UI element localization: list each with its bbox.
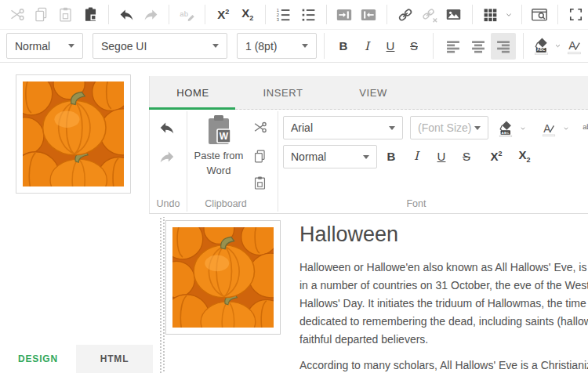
tab-view[interactable]: VIEW [330,76,416,109]
ribbon-italic-button[interactable]: I [405,143,428,168]
dropdown-caret-icon [389,126,395,130]
align-left-button[interactable] [441,33,466,60]
strikethrough-button[interactable]: S [402,34,426,59]
ribbon-bold-button[interactable]: B [379,143,403,168]
paragraph-line: Halloween or Hallowe'en also known as Al… [299,259,588,277]
bold-label: B [387,150,396,163]
background-color-button[interactable] [531,34,552,59]
outdent-button[interactable] [357,3,381,27]
ribbon-font-size-placeholder: (Font Size) [418,121,471,134]
align-center-icon [472,41,485,53]
toolbar-separator [265,5,266,24]
paste-from-word-button[interactable] [78,3,102,27]
unlink-button[interactable] [417,3,441,27]
tab-home[interactable]: HOME [150,76,236,109]
ribbon-background-color-button[interactable] [495,118,516,139]
cut-button[interactable] [5,3,29,27]
chevron-down-icon [556,45,560,46]
ribbon-superscript-button[interactable]: X2 [482,143,510,168]
background-color-dropdown[interactable] [552,34,564,59]
align-center-button[interactable] [466,33,491,60]
tab-insert[interactable]: INSERT [236,76,330,109]
italic-label: I [365,39,369,53]
ribbon-copy-button[interactable] [250,147,269,165]
font-color-button[interactable] [564,34,585,59]
toolbar-separator [523,33,524,59]
paragraph-line: in a number of countries on 31 October, … [299,277,588,295]
ribbon-font-color-button[interactable] [538,118,559,139]
ordered-list-button[interactable] [271,3,296,27]
dropdown-caret-icon [363,155,369,159]
ribbon-separator [278,111,278,212]
main-toolbar-row1: X2 X2 [0,0,588,30]
align-right-icon [497,41,510,53]
ribbon-subscript-button[interactable]: X2 [510,143,539,168]
document-paragraph-1[interactable]: Halloween or Hallowe'en also known as Al… [299,259,588,349]
toolbar-separator [324,33,325,59]
redo-button[interactable] [139,3,163,27]
tab-insert-label: INSERT [263,87,303,99]
strikethrough-label: S [410,39,418,53]
ribbon-paste-button[interactable] [250,173,269,192]
italic-label: I [414,149,419,163]
ribbon-font-family-dropdown[interactable]: Arial [283,116,403,139]
indent-icon [337,9,351,20]
superscript-label: X2 [217,9,229,20]
subscript-button[interactable]: X2 [235,3,260,27]
copy-button[interactable] [29,3,53,27]
ribbon-background-color-dropdown[interactable] [517,121,528,136]
font-color-dropdown[interactable] [585,34,588,59]
underline-button[interactable]: U [379,34,402,59]
chevron-down-icon [564,128,568,129]
indent-button[interactable] [332,3,357,27]
paste-button[interactable] [53,3,78,27]
highlight-color-icon [535,38,547,54]
ribbon-strikethrough-button[interactable]: S [455,143,478,168]
unordered-list-button[interactable] [296,3,321,27]
font-size-dropdown[interactable]: 1 (8pt) [237,33,317,59]
ribbon-format-dropdown[interactable]: Normal [283,145,377,168]
bold-label: B [339,39,348,53]
ribbon-underline-button[interactable]: U [430,143,453,168]
document-paragraph-2[interactable]: According to many scholars, All Hallows'… [299,357,588,373]
paragraph-line: According to many scholars, All Hallows'… [299,357,588,373]
tab-design[interactable]: DESIGN [0,345,76,373]
ribbon-find-replace-button[interactable] [579,118,588,138]
tab-html[interactable]: HTML [76,345,153,373]
ribbon-font-size-dropdown[interactable]: (Font Size) [410,116,488,139]
view-html-button[interactable] [528,3,552,27]
ribbon-undo-button[interactable] [156,117,178,139]
align-right-button[interactable] [491,33,516,60]
ribbon-font-color-dropdown[interactable] [560,121,572,136]
paragraph-line: faithful departed believers. [299,331,588,349]
content-image-thumbnail[interactable] [16,74,131,194]
format-dropdown-value: Normal [15,40,50,53]
create-table-button[interactable] [478,3,503,27]
outdent-icon [361,9,376,20]
insert-link-button[interactable] [393,3,417,27]
table-dropdown-button[interactable] [503,3,516,27]
superscript-label: X2 [490,150,502,162]
clipboard-group-label: Clipboard [183,198,269,209]
fullscreen-button[interactable] [564,3,588,27]
font-color-icon [568,39,580,54]
ribbon-redo-button[interactable] [156,146,178,168]
insert-image-button[interactable] [441,3,466,27]
paste-from-word-icon [85,8,96,21]
toolbar-separator [387,5,387,24]
ribbon-cut-button[interactable] [250,118,269,136]
superscript-button[interactable]: X2 [211,3,235,27]
paste-from-word-label: Paste from Word [187,149,250,179]
ribbon-paste-from-word-button[interactable]: Paste from Word [187,114,250,192]
undo-button[interactable] [114,3,139,27]
document-image[interactable] [165,220,281,335]
italic-button[interactable]: I [355,34,379,59]
find-replace-button[interactable] [175,3,199,27]
font-color-icon [543,122,555,136]
bold-button[interactable]: B [332,34,355,59]
format-dropdown[interactable]: Normal [6,33,83,59]
document-heading[interactable]: Halloween [299,223,398,247]
font-family-dropdown[interactable]: Segoe UI [93,33,227,59]
find-replace-icon [583,123,588,134]
main-toolbar-row2: Normal Segoe UI 1 (8pt) B I U S [0,30,588,63]
